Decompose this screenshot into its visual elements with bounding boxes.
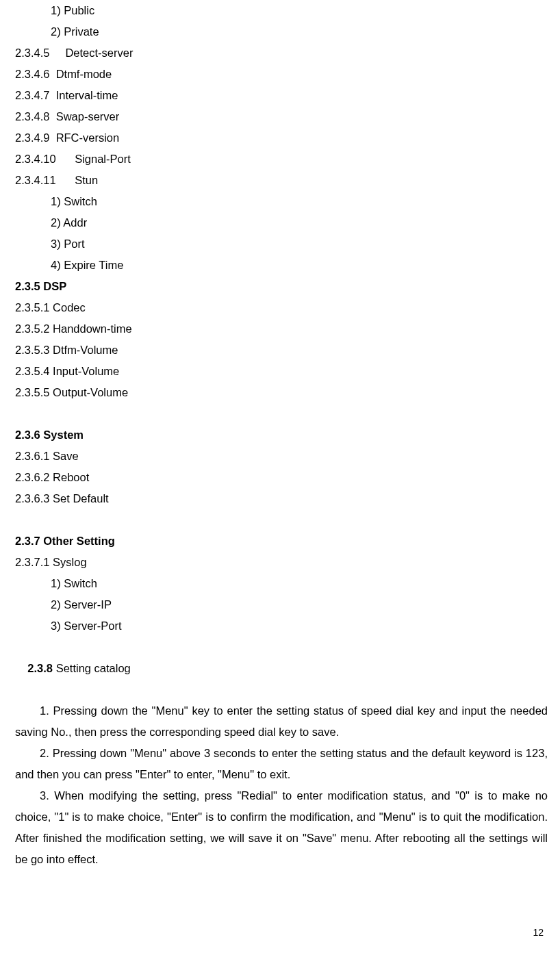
toc-heading-setting-catalog: 2.3.8 Setting catalog (15, 637, 548, 700)
toc-item: 2.3.6.1 Save (15, 446, 548, 467)
toc-item: 2.3.4.7 Interval-time (15, 85, 548, 106)
toc-item: 2.3.4.6 Dtmf-mode (15, 64, 548, 85)
toc-item: 4) Expire Time (15, 255, 548, 276)
paragraph: 3. When modifying the setting, press "Re… (15, 785, 548, 870)
toc-item: 1) Switch (15, 191, 548, 212)
toc-item: 2.3.4.10 Signal-Port (15, 149, 548, 170)
toc-item: 1) Switch (15, 573, 548, 594)
toc-item: 3) Server-Port (15, 615, 548, 637)
toc-item: 3) Port (15, 233, 548, 255)
paragraph: 1. Pressing down the "Menu" key to enter… (15, 700, 548, 743)
toc-item: 2.3.4.9 RFC-version (15, 127, 548, 149)
toc-item: 1) Public (15, 0, 548, 21)
page-number: 12 (533, 922, 544, 943)
toc-item: 2.3.5.2 Handdown-time (15, 318, 548, 340)
toc-item: 2) Private (15, 21, 548, 42)
toc-item: 2) Addr (15, 212, 548, 233)
toc-item: 2.3.5.3 Dtfm-Volume (15, 340, 548, 361)
blank-line (15, 509, 548, 531)
toc-item: 2.3.7.1 Syslog (15, 552, 548, 573)
toc-item: 2.3.6.2 Reboot (15, 467, 548, 488)
heading-text: Setting catalog (53, 662, 131, 674)
toc-heading-other-setting: 2.3.7 Other Setting (15, 531, 548, 552)
toc-item: 2.3.5.4 Input-Volume (15, 361, 548, 382)
toc-item: 2.3.4.5 Detect-server (15, 42, 548, 64)
toc-item: 2.3.5.5 Output-Volume (15, 382, 548, 403)
blank-line (15, 403, 548, 424)
paragraph: 2. Pressing down "Menu" above 3 seconds … (15, 743, 548, 785)
document-page: 1) Public 2) Private 2.3.4.5 Detect-serv… (0, 0, 560, 957)
toc-heading-dsp: 2.3.5 DSP (15, 276, 548, 297)
toc-item: 2.3.4.11 Stun (15, 170, 548, 191)
toc-item: 2.3.5.1 Codec (15, 297, 548, 318)
toc-item: 2.3.6.3 Set Default (15, 488, 548, 509)
toc-item: 2.3.4.8 Swap-server (15, 106, 548, 127)
heading-number: 2.3.8 (27, 662, 53, 674)
toc-heading-system: 2.3.6 System (15, 424, 548, 446)
toc-item: 2) Server-IP (15, 594, 548, 615)
